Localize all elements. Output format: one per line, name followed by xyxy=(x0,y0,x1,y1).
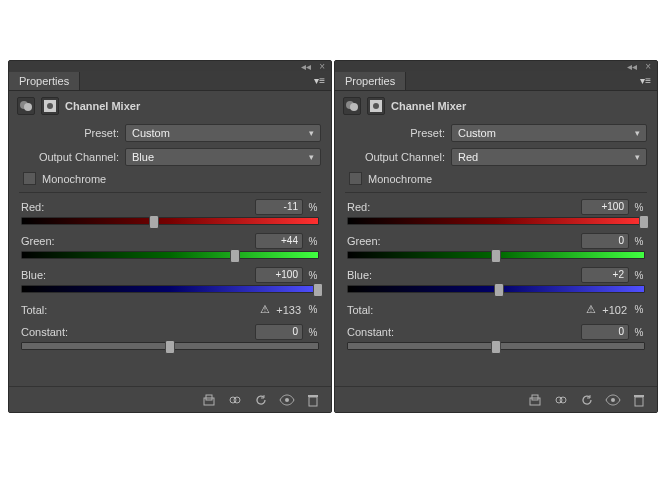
percent-label: % xyxy=(307,304,319,315)
monochrome-checkbox[interactable] xyxy=(349,172,362,185)
tab-bar: Properties ▾≡ xyxy=(335,71,657,91)
adjustment-icon xyxy=(17,97,35,115)
preset-label: Preset: xyxy=(19,127,119,139)
svg-point-1 xyxy=(24,103,32,111)
svg-point-3 xyxy=(47,103,53,109)
warning-icon: ⚠ xyxy=(586,303,596,316)
blue-slider-track[interactable] xyxy=(347,285,645,293)
green-slider-thumb[interactable] xyxy=(230,249,240,263)
percent-label: % xyxy=(633,304,645,315)
constant-label: Constant: xyxy=(21,326,68,338)
chevron-down-icon: ▾ xyxy=(309,128,314,138)
total-value: +133 xyxy=(276,304,301,316)
collapse-icon[interactable]: ◂◂ xyxy=(627,61,637,72)
green-label: Green: xyxy=(347,235,381,247)
visibility-icon[interactable] xyxy=(279,392,295,408)
view-previous-icon[interactable] xyxy=(227,392,243,408)
blue-slider-thumb[interactable] xyxy=(313,283,323,297)
svg-point-7 xyxy=(234,397,240,403)
green-value-input[interactable]: +44 xyxy=(255,233,303,249)
visibility-icon[interactable] xyxy=(605,392,621,408)
panel-title: Channel Mixer xyxy=(65,100,140,112)
constant-label: Constant: xyxy=(347,326,394,338)
blue-label: Blue: xyxy=(21,269,46,281)
tab-properties[interactable]: Properties xyxy=(9,72,80,90)
blue-value-input[interactable]: +2 xyxy=(581,267,629,283)
percent-label: % xyxy=(633,327,645,338)
channel-mixer-panel: ◂◂ × Properties ▾≡ Channel Mixer Preset:… xyxy=(334,60,658,413)
preset-label: Preset: xyxy=(345,127,445,139)
close-icon[interactable]: × xyxy=(645,61,651,72)
percent-label: % xyxy=(307,327,319,338)
svg-rect-20 xyxy=(635,397,643,406)
blue-slider-track[interactable] xyxy=(21,285,319,293)
channel-mixer-panel: ◂◂ × Properties ▾≡ Channel Mixer Preset:… xyxy=(8,60,332,413)
svg-point-19 xyxy=(611,398,615,402)
preset-value: Custom xyxy=(458,127,496,139)
percent-label: % xyxy=(307,202,319,213)
chevron-down-icon: ▾ xyxy=(309,152,314,162)
warning-icon: ⚠ xyxy=(260,303,270,316)
preset-select[interactable]: Custom ▾ xyxy=(125,124,321,142)
panel-menu-icon[interactable]: ▾≡ xyxy=(634,75,657,86)
constant-value-input[interactable]: 0 xyxy=(255,324,303,340)
red-value-input[interactable]: -11 xyxy=(255,199,303,215)
panel-menu-icon[interactable]: ▾≡ xyxy=(308,75,331,86)
total-value: +102 xyxy=(602,304,627,316)
preset-select[interactable]: Custom ▾ xyxy=(451,124,647,142)
tab-properties[interactable]: Properties xyxy=(335,72,406,90)
reset-icon[interactable] xyxy=(579,392,595,408)
collapse-icon[interactable]: ◂◂ xyxy=(301,61,311,72)
constant-slider-track[interactable] xyxy=(21,342,319,350)
red-slider-thumb[interactable] xyxy=(639,215,649,229)
blue-slider-thumb[interactable] xyxy=(494,283,504,297)
trash-icon[interactable] xyxy=(305,392,321,408)
monochrome-checkbox[interactable] xyxy=(23,172,36,185)
red-slider-track[interactable] xyxy=(21,217,319,225)
clip-to-layer-icon[interactable] xyxy=(201,392,217,408)
green-slider-thumb[interactable] xyxy=(491,249,501,263)
total-label: Total: xyxy=(347,304,373,316)
red-value-input[interactable]: +100 xyxy=(581,199,629,215)
output-channel-label: Output Channel: xyxy=(19,151,119,163)
monochrome-label: Monochrome xyxy=(42,173,106,185)
red-slider-thumb[interactable] xyxy=(149,215,159,229)
output-channel-value: Blue xyxy=(132,151,154,163)
blue-label: Blue: xyxy=(347,269,372,281)
constant-slider-track[interactable] xyxy=(347,342,645,350)
svg-point-12 xyxy=(350,103,358,111)
constant-value-input[interactable]: 0 xyxy=(581,324,629,340)
green-slider-track[interactable] xyxy=(21,251,319,259)
panel-footer xyxy=(335,386,657,412)
svg-rect-9 xyxy=(309,397,317,406)
green-value-input[interactable]: 0 xyxy=(581,233,629,249)
panel-footer xyxy=(9,386,331,412)
view-previous-icon[interactable] xyxy=(553,392,569,408)
svg-point-14 xyxy=(373,103,379,109)
total-label: Total: xyxy=(21,304,47,316)
mask-icon[interactable] xyxy=(41,97,59,115)
clip-to-layer-icon[interactable] xyxy=(527,392,543,408)
constant-slider-thumb[interactable] xyxy=(165,340,175,354)
output-channel-select[interactable]: Blue ▾ xyxy=(125,148,321,166)
output-channel-select[interactable]: Red ▾ xyxy=(451,148,647,166)
green-slider-track[interactable] xyxy=(347,251,645,259)
preset-value: Custom xyxy=(132,127,170,139)
mask-icon[interactable] xyxy=(367,97,385,115)
chevron-down-icon: ▾ xyxy=(635,128,640,138)
constant-slider-thumb[interactable] xyxy=(491,340,501,354)
blue-value-input[interactable]: +100 xyxy=(255,267,303,283)
close-icon[interactable]: × xyxy=(319,61,325,72)
percent-label: % xyxy=(307,236,319,247)
panel-title: Channel Mixer xyxy=(391,100,466,112)
trash-icon[interactable] xyxy=(631,392,647,408)
percent-label: % xyxy=(633,270,645,281)
monochrome-label: Monochrome xyxy=(368,173,432,185)
chevron-down-icon: ▾ xyxy=(635,152,640,162)
percent-label: % xyxy=(633,236,645,247)
reset-icon[interactable] xyxy=(253,392,269,408)
output-channel-label: Output Channel: xyxy=(345,151,445,163)
window-controls: ◂◂ × xyxy=(335,61,657,71)
window-controls: ◂◂ × xyxy=(9,61,331,71)
red-slider-track[interactable] xyxy=(347,217,645,225)
